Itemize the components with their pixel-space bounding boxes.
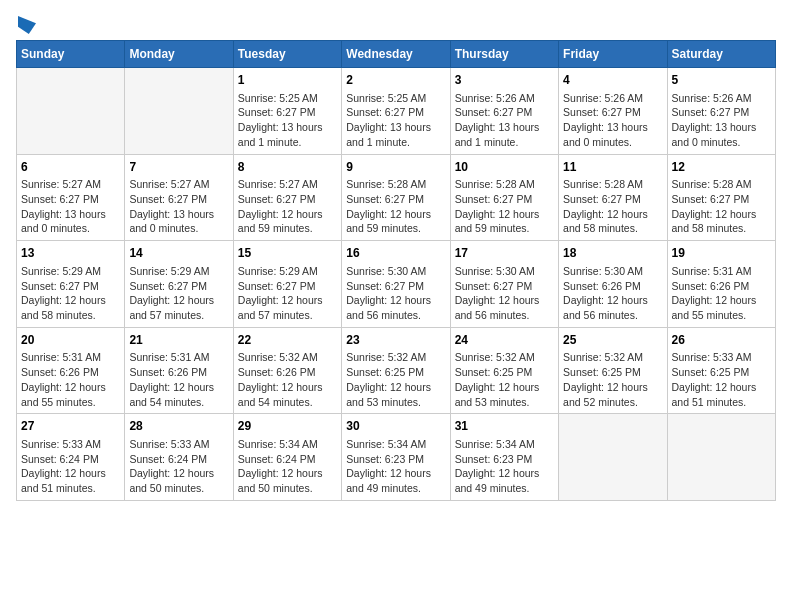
logo-icon	[18, 16, 36, 34]
calendar-cell: 17Sunrise: 5:30 AMSunset: 6:27 PMDayligh…	[450, 241, 558, 328]
day-detail: Sunrise: 5:28 AMSunset: 6:27 PMDaylight:…	[672, 177, 771, 236]
calendar-cell	[17, 68, 125, 155]
calendar-cell: 3Sunrise: 5:26 AMSunset: 6:27 PMDaylight…	[450, 68, 558, 155]
day-number: 22	[238, 332, 337, 349]
day-number: 17	[455, 245, 554, 262]
day-detail: Sunrise: 5:27 AMSunset: 6:27 PMDaylight:…	[129, 177, 228, 236]
calendar-cell: 6Sunrise: 5:27 AMSunset: 6:27 PMDaylight…	[17, 154, 125, 241]
day-detail: Sunrise: 5:27 AMSunset: 6:27 PMDaylight:…	[21, 177, 120, 236]
calendar-cell	[667, 414, 775, 501]
day-number: 26	[672, 332, 771, 349]
day-number: 10	[455, 159, 554, 176]
calendar-cell: 29Sunrise: 5:34 AMSunset: 6:24 PMDayligh…	[233, 414, 341, 501]
day-number: 11	[563, 159, 662, 176]
day-detail: Sunrise: 5:26 AMSunset: 6:27 PMDaylight:…	[455, 91, 554, 150]
calendar-cell: 5Sunrise: 5:26 AMSunset: 6:27 PMDaylight…	[667, 68, 775, 155]
calendar-cell: 11Sunrise: 5:28 AMSunset: 6:27 PMDayligh…	[559, 154, 667, 241]
calendar-cell: 27Sunrise: 5:33 AMSunset: 6:24 PMDayligh…	[17, 414, 125, 501]
day-detail: Sunrise: 5:30 AMSunset: 6:27 PMDaylight:…	[455, 264, 554, 323]
calendar-cell: 7Sunrise: 5:27 AMSunset: 6:27 PMDaylight…	[125, 154, 233, 241]
day-number: 3	[455, 72, 554, 89]
day-detail: Sunrise: 5:34 AMSunset: 6:23 PMDaylight:…	[455, 437, 554, 496]
weekday-header-wednesday: Wednesday	[342, 41, 450, 68]
calendar-cell: 19Sunrise: 5:31 AMSunset: 6:26 PMDayligh…	[667, 241, 775, 328]
day-number: 15	[238, 245, 337, 262]
calendar-cell: 30Sunrise: 5:34 AMSunset: 6:23 PMDayligh…	[342, 414, 450, 501]
day-number: 18	[563, 245, 662, 262]
day-detail: Sunrise: 5:34 AMSunset: 6:24 PMDaylight:…	[238, 437, 337, 496]
weekday-header-sunday: Sunday	[17, 41, 125, 68]
calendar-cell: 28Sunrise: 5:33 AMSunset: 6:24 PMDayligh…	[125, 414, 233, 501]
calendar-cell: 24Sunrise: 5:32 AMSunset: 6:25 PMDayligh…	[450, 327, 558, 414]
calendar-cell: 13Sunrise: 5:29 AMSunset: 6:27 PMDayligh…	[17, 241, 125, 328]
day-number: 28	[129, 418, 228, 435]
day-detail: Sunrise: 5:32 AMSunset: 6:25 PMDaylight:…	[455, 350, 554, 409]
calendar-cell: 23Sunrise: 5:32 AMSunset: 6:25 PMDayligh…	[342, 327, 450, 414]
day-detail: Sunrise: 5:28 AMSunset: 6:27 PMDaylight:…	[455, 177, 554, 236]
day-number: 1	[238, 72, 337, 89]
day-detail: Sunrise: 5:25 AMSunset: 6:27 PMDaylight:…	[238, 91, 337, 150]
day-detail: Sunrise: 5:32 AMSunset: 6:25 PMDaylight:…	[563, 350, 662, 409]
day-detail: Sunrise: 5:28 AMSunset: 6:27 PMDaylight:…	[346, 177, 445, 236]
day-number: 21	[129, 332, 228, 349]
calendar-cell: 31Sunrise: 5:34 AMSunset: 6:23 PMDayligh…	[450, 414, 558, 501]
day-number: 27	[21, 418, 120, 435]
calendar-cell: 12Sunrise: 5:28 AMSunset: 6:27 PMDayligh…	[667, 154, 775, 241]
day-detail: Sunrise: 5:30 AMSunset: 6:27 PMDaylight:…	[346, 264, 445, 323]
day-detail: Sunrise: 5:33 AMSunset: 6:25 PMDaylight:…	[672, 350, 771, 409]
day-detail: Sunrise: 5:31 AMSunset: 6:26 PMDaylight:…	[21, 350, 120, 409]
day-number: 31	[455, 418, 554, 435]
calendar-cell: 1Sunrise: 5:25 AMSunset: 6:27 PMDaylight…	[233, 68, 341, 155]
day-detail: Sunrise: 5:31 AMSunset: 6:26 PMDaylight:…	[129, 350, 228, 409]
day-number: 6	[21, 159, 120, 176]
calendar-cell: 2Sunrise: 5:25 AMSunset: 6:27 PMDaylight…	[342, 68, 450, 155]
day-number: 2	[346, 72, 445, 89]
calendar-cell: 20Sunrise: 5:31 AMSunset: 6:26 PMDayligh…	[17, 327, 125, 414]
day-number: 8	[238, 159, 337, 176]
day-detail: Sunrise: 5:26 AMSunset: 6:27 PMDaylight:…	[672, 91, 771, 150]
calendar-week-row: 6Sunrise: 5:27 AMSunset: 6:27 PMDaylight…	[17, 154, 776, 241]
weekday-header-row: SundayMondayTuesdayWednesdayThursdayFrid…	[17, 41, 776, 68]
day-detail: Sunrise: 5:30 AMSunset: 6:26 PMDaylight:…	[563, 264, 662, 323]
day-number: 25	[563, 332, 662, 349]
weekday-header-tuesday: Tuesday	[233, 41, 341, 68]
day-number: 30	[346, 418, 445, 435]
day-detail: Sunrise: 5:31 AMSunset: 6:26 PMDaylight:…	[672, 264, 771, 323]
calendar-cell: 4Sunrise: 5:26 AMSunset: 6:27 PMDaylight…	[559, 68, 667, 155]
weekday-header-thursday: Thursday	[450, 41, 558, 68]
calendar-cell: 18Sunrise: 5:30 AMSunset: 6:26 PMDayligh…	[559, 241, 667, 328]
day-number: 7	[129, 159, 228, 176]
day-number: 20	[21, 332, 120, 349]
calendar-cell	[559, 414, 667, 501]
calendar-cell: 26Sunrise: 5:33 AMSunset: 6:25 PMDayligh…	[667, 327, 775, 414]
day-detail: Sunrise: 5:29 AMSunset: 6:27 PMDaylight:…	[21, 264, 120, 323]
day-number: 16	[346, 245, 445, 262]
calendar-cell: 9Sunrise: 5:28 AMSunset: 6:27 PMDaylight…	[342, 154, 450, 241]
calendar-week-row: 13Sunrise: 5:29 AMSunset: 6:27 PMDayligh…	[17, 241, 776, 328]
calendar-cell: 8Sunrise: 5:27 AMSunset: 6:27 PMDaylight…	[233, 154, 341, 241]
day-detail: Sunrise: 5:29 AMSunset: 6:27 PMDaylight:…	[238, 264, 337, 323]
calendar-cell: 10Sunrise: 5:28 AMSunset: 6:27 PMDayligh…	[450, 154, 558, 241]
day-detail: Sunrise: 5:32 AMSunset: 6:26 PMDaylight:…	[238, 350, 337, 409]
calendar-cell: 25Sunrise: 5:32 AMSunset: 6:25 PMDayligh…	[559, 327, 667, 414]
calendar-cell: 16Sunrise: 5:30 AMSunset: 6:27 PMDayligh…	[342, 241, 450, 328]
calendar-week-row: 27Sunrise: 5:33 AMSunset: 6:24 PMDayligh…	[17, 414, 776, 501]
day-detail: Sunrise: 5:33 AMSunset: 6:24 PMDaylight:…	[21, 437, 120, 496]
day-detail: Sunrise: 5:27 AMSunset: 6:27 PMDaylight:…	[238, 177, 337, 236]
day-number: 12	[672, 159, 771, 176]
logo	[16, 16, 36, 30]
day-number: 4	[563, 72, 662, 89]
weekday-header-saturday: Saturday	[667, 41, 775, 68]
day-number: 24	[455, 332, 554, 349]
day-detail: Sunrise: 5:28 AMSunset: 6:27 PMDaylight:…	[563, 177, 662, 236]
calendar-cell: 14Sunrise: 5:29 AMSunset: 6:27 PMDayligh…	[125, 241, 233, 328]
day-detail: Sunrise: 5:33 AMSunset: 6:24 PMDaylight:…	[129, 437, 228, 496]
weekday-header-friday: Friday	[559, 41, 667, 68]
day-number: 13	[21, 245, 120, 262]
day-detail: Sunrise: 5:25 AMSunset: 6:27 PMDaylight:…	[346, 91, 445, 150]
day-detail: Sunrise: 5:29 AMSunset: 6:27 PMDaylight:…	[129, 264, 228, 323]
calendar-week-row: 1Sunrise: 5:25 AMSunset: 6:27 PMDaylight…	[17, 68, 776, 155]
day-number: 23	[346, 332, 445, 349]
calendar: SundayMondayTuesdayWednesdayThursdayFrid…	[16, 40, 776, 501]
day-number: 19	[672, 245, 771, 262]
